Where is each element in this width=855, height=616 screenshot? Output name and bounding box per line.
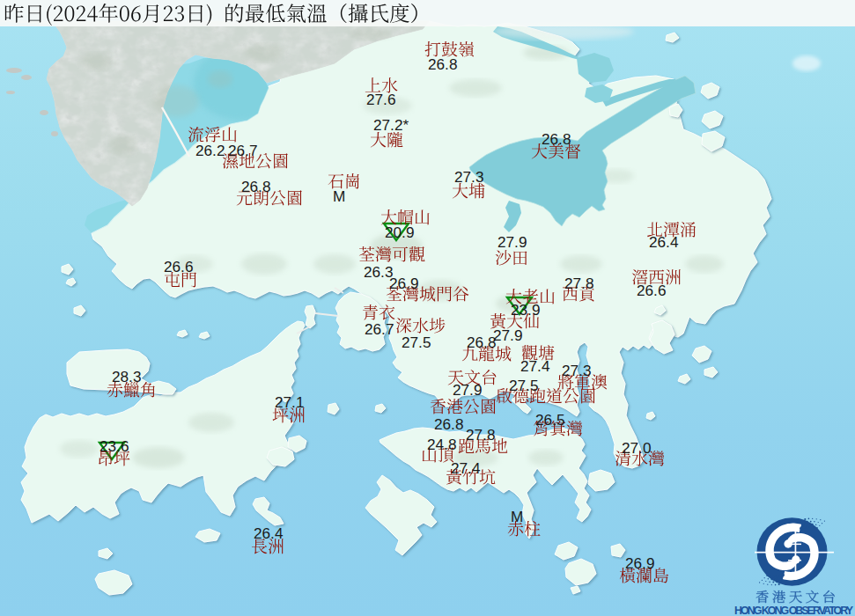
svg-text:26.4: 26.4 [254,524,284,542]
svg-text:27.3: 27.3 [562,362,591,379]
svg-text:27.5: 27.5 [402,334,431,351]
svg-text:26.8: 26.8 [241,178,270,195]
svg-text:26.8: 26.8 [434,415,463,433]
svg-text:26.6: 26.6 [637,282,666,299]
svg-text:26.9: 26.9 [625,554,654,572]
svg-text:26.7: 26.7 [365,320,394,338]
svg-text:M: M [511,508,523,525]
svg-text:M: M [333,187,345,205]
svg-text:27.2*: 27.2* [373,116,409,134]
svg-text:23.6: 23.6 [100,437,129,455]
svg-text:27.6: 27.6 [366,91,395,108]
svg-text:27.8: 27.8 [564,275,593,292]
svg-text:20.9: 20.9 [385,224,414,241]
svg-text:26.8: 26.8 [542,130,571,148]
svg-text:27.1: 27.1 [275,393,304,411]
svg-text:26.9: 26.9 [389,275,418,292]
svg-text:27.0: 27.0 [622,439,651,457]
svg-text:26.7: 26.7 [228,142,257,159]
svg-text:27.9: 27.9 [453,381,482,399]
svg-text:27.9: 27.9 [498,233,527,251]
svg-text:HONG KONG OBSERVATORY: HONG KONG OBSERVATORY [734,605,854,616]
svg-text:26.8: 26.8 [467,334,496,351]
svg-text:27.4: 27.4 [451,459,481,477]
svg-text:28.3: 28.3 [112,368,141,385]
svg-text:27.4: 27.4 [520,357,550,375]
svg-text:26.6: 26.6 [164,258,193,275]
svg-text:26.5: 26.5 [535,411,564,429]
svg-text:26.8: 26.8 [428,55,457,73]
svg-text:27.8: 27.8 [466,426,495,444]
svg-text:26.2: 26.2 [195,142,225,159]
svg-text:26.4: 26.4 [649,233,679,251]
svg-text:27.5: 27.5 [509,377,538,394]
svg-text:24.8: 24.8 [427,436,456,453]
svg-text:27.3: 27.3 [454,168,483,186]
svg-text:23.9: 23.9 [511,301,540,319]
svg-text:27.9: 27.9 [493,326,522,344]
